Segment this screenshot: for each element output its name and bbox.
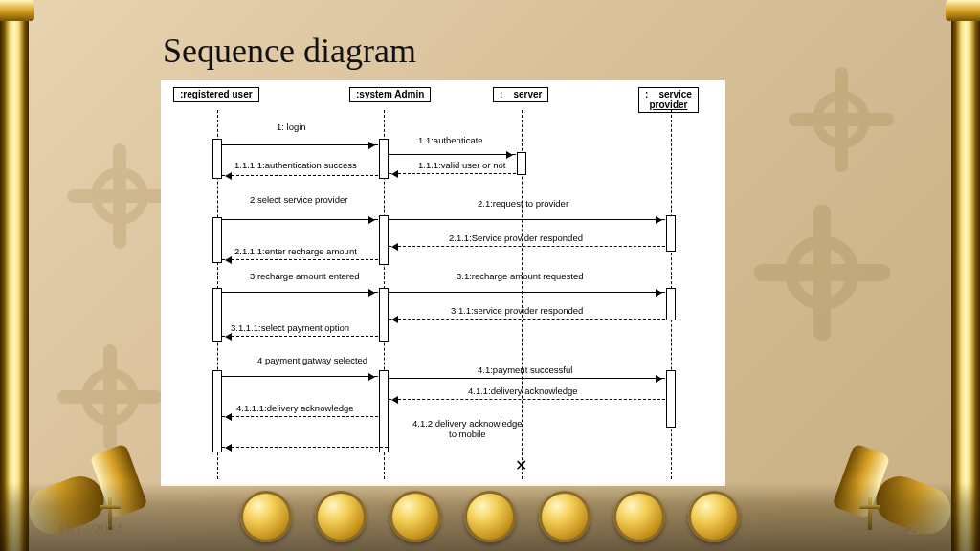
msg-valid-user: 1.1.1:valid user or not [418,160,505,170]
activation-bar [379,370,389,452]
nav-dome-icon[interactable] [240,491,292,542]
nav-scrollbook-icon[interactable] [390,491,441,542]
nav-scroll-icon[interactable] [539,491,590,542]
arrow [222,259,378,260]
msg-login: 1: login [277,121,306,132]
bg-ornament [754,205,891,342]
msg-delivery-ack-1: 4.1.1:delivery acknowledge [468,386,578,396]
slide-title: Sequence diagram [163,31,416,71]
arrow [389,246,665,247]
arrow [222,219,378,220]
activation-bar [379,215,389,265]
lifeline-end-x: ✕ [515,456,527,474]
arrow [389,292,665,293]
nav-torch-icon[interactable] [613,491,665,542]
msg-amount-requested: 3.1:recharge amount requested [457,271,584,281]
activation-bar [666,370,676,428]
sequence-diagram: :registered user :system Admin : server … [161,80,725,486]
activation-bar [666,288,676,320]
pillar-left [0,0,29,551]
arrow [222,292,378,293]
msg-payment-successful: 4.1:payment successful [478,364,572,375]
msg-delivery-ack-2: 4.1.1.1:delivery acknowledge [236,403,354,413]
nav-globe-icon[interactable] [464,491,516,542]
pillar-right [951,0,980,551]
bg-ornament [789,67,894,172]
nav-compass-icon[interactable] [688,491,740,542]
msg-select-payment: 3.1.1.1:select payment option [231,322,349,333]
arrow [389,319,665,320]
msg-enter-amount: 2.1.1.1:enter recharge amount [234,246,357,256]
msg-provider-responded: 2.1.1:Service provider responded [449,232,583,243]
slide-number: 22 [908,521,923,538]
participant-server: : server [493,87,548,102]
participant-service-provider: : service provider [638,87,699,113]
participant-registered-user: :registered user [173,87,259,102]
arrow [222,144,378,145]
arrow [222,416,378,417]
arrow [389,173,516,174]
arrow [222,175,378,176]
msg-delivery-ack-mobile: 4.1.2:delivery acknowledge to mobile [412,418,523,439]
arrow [222,447,388,448]
msg-gateway-selected: 4 payment gatway selected [257,355,368,365]
msg-request-provider: 2.1:request to provider [478,198,568,209]
nav-book-icon[interactable] [315,491,367,542]
msg-amount-entered: 3.recharge amount entered [250,271,360,281]
bg-ornament [67,143,172,249]
arrow [389,378,665,379]
activation-bar [379,288,389,342]
msg-authenticate: 1.1:authenticate [418,135,483,145]
bg-ornament [57,344,163,450]
participant-system-admin: :system Admin [349,87,431,102]
slide-date: 11/12/2024 [57,521,122,538]
activation-bar [517,152,526,175]
arrow [389,399,665,400]
msg-auth-success: 1.1.1.1:authentication success [234,160,357,170]
bottom-nav: 11/12/2024 22 [0,482,980,551]
msg-select-provider: 2:select service provider [250,194,347,205]
activation-bar [212,370,222,452]
arrow [389,154,516,155]
activation-bar [666,215,676,252]
arrow [222,336,378,337]
arrow [389,219,665,220]
msg-provider-responded-2: 3.1.1:service provider responded [451,305,583,316]
arrow [222,376,378,377]
